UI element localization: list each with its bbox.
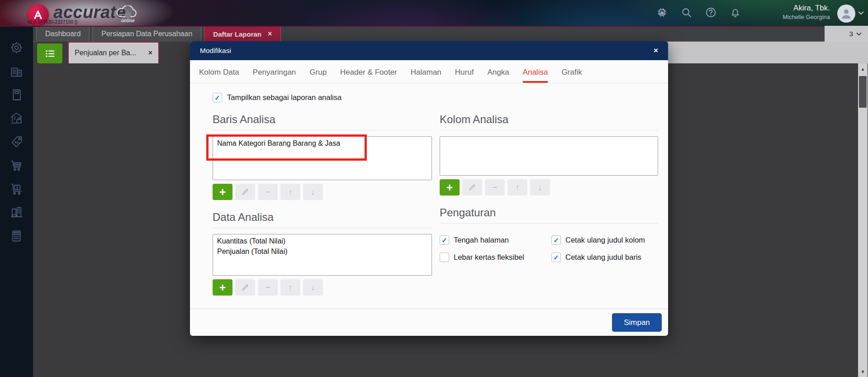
option-cetak-ulang-judul-kolom[interactable]: ✓Cetak ulang judul kolom bbox=[551, 235, 658, 245]
option-lebar-kertas-fleksibel[interactable]: Lebar kertas fleksibel bbox=[440, 253, 551, 262]
ai-assistant-icon[interactable]: AI bbox=[656, 6, 668, 19]
checkbox-label: Cetak ulang judul baris bbox=[565, 253, 641, 262]
add-button[interactable]: + bbox=[440, 179, 460, 196]
sidebar-item-fixed-assets[interactable] bbox=[9, 205, 24, 220]
dialog-tab-angka[interactable]: Angka bbox=[487, 60, 509, 83]
help-icon[interactable] bbox=[705, 6, 717, 19]
dialog-tab-kolom-data[interactable]: Kolom Data bbox=[199, 60, 239, 83]
checkbox-label: Tengah halaman bbox=[454, 236, 509, 244]
sidebar-item-settings[interactable] bbox=[9, 41, 24, 55]
user-avatar[interactable] bbox=[837, 5, 855, 23]
move-up-button[interactable]: ↑ bbox=[280, 279, 300, 296]
checkbox-label: Cetak ulang judul kolom bbox=[565, 236, 645, 244]
baris-analisa-actions: +−↑↓ bbox=[213, 184, 432, 200]
list-item[interactable]: Kuantitas (Total Nilai) bbox=[213, 236, 432, 246]
brand-subtitle: online bbox=[121, 18, 134, 23]
baris-analisa-listbox[interactable]: Nama Kategori Barang Barang & Jasa bbox=[213, 136, 432, 180]
chevron-down-icon[interactable] bbox=[858, 11, 864, 15]
remove-button[interactable]: − bbox=[258, 184, 278, 200]
dialog-tab-list: Kolom DataPenyaringanGrupHeader & Footer… bbox=[190, 60, 668, 83]
close-icon[interactable]: × bbox=[654, 46, 658, 55]
section-title-data-analisa: Data Analisa bbox=[213, 211, 432, 228]
scrollbar-thumb[interactable] bbox=[859, 76, 867, 108]
move-down-button[interactable]: ↓ bbox=[303, 279, 323, 296]
list-icon bbox=[44, 48, 56, 60]
save-button[interactable]: Simpan bbox=[612, 313, 662, 332]
main-tab-bar: DashboardPersiapan Data PerusahaanDaftar… bbox=[33, 26, 868, 42]
sidebar-item-ledger[interactable] bbox=[9, 88, 24, 102]
dialog-tab-analisa[interactable]: Analisa bbox=[523, 60, 548, 83]
checkbox[interactable]: ✓ bbox=[551, 235, 561, 245]
edit-button[interactable] bbox=[235, 279, 255, 296]
company-icon bbox=[9, 64, 24, 78]
option-cetak-ulang-judul-baris[interactable]: ✓Cetak ulang judul baris bbox=[551, 253, 658, 262]
user-info[interactable]: Akira, Tbk. Michelle Georgina bbox=[783, 4, 830, 20]
data-analisa-listbox[interactable]: Kuantitas (Total Nilai)Penjualan (Total … bbox=[213, 234, 432, 276]
search-icon[interactable] bbox=[680, 6, 693, 19]
sidebar-item-tax[interactable]: TAX bbox=[9, 229, 24, 243]
list-item[interactable]: Nama Kategori Barang Barang & Jasa bbox=[213, 138, 432, 148]
scroll-down-icon[interactable]: ▼ bbox=[858, 367, 868, 376]
main-tab-list: DashboardPersiapan Data PerusahaanDaftar… bbox=[33, 26, 868, 42]
sidebar-item-warehouse-assets[interactable] bbox=[9, 111, 24, 125]
checkbox[interactable]: ✓ bbox=[440, 235, 449, 245]
tab-label: Dashboard bbox=[45, 30, 81, 38]
kolom-analisa-listbox[interactable] bbox=[440, 136, 658, 176]
close-icon[interactable]: × bbox=[268, 30, 272, 38]
main-tab-daftar-laporan[interactable]: Daftar Laporan× bbox=[204, 26, 281, 42]
ledger-icon bbox=[9, 88, 24, 102]
list-item[interactable]: Penjualan (Total Nilai) bbox=[213, 246, 432, 257]
add-button[interactable]: + bbox=[213, 279, 232, 296]
checkbox[interactable]: ✓ bbox=[551, 253, 561, 262]
data-analisa-actions: +−↑↓ bbox=[213, 279, 432, 296]
report-tab[interactable]: Penjualan per Ba... × bbox=[68, 42, 159, 63]
sales-cart-icon bbox=[9, 158, 24, 172]
notifications-icon[interactable] bbox=[729, 6, 741, 19]
remove-button[interactable]: − bbox=[485, 179, 505, 196]
sidebar-item-sales-cart[interactable] bbox=[9, 158, 24, 172]
option-tengah-halaman[interactable]: ✓Tengah halaman bbox=[440, 235, 551, 245]
sidebar-item-company[interactable] bbox=[9, 64, 24, 78]
dialog-tab-header-footer[interactable]: Header & Footer bbox=[340, 60, 397, 83]
dialog-tab-huruf[interactable]: Huruf bbox=[455, 60, 474, 83]
sidebar-item-inventory-trolley[interactable] bbox=[9, 182, 24, 196]
move-up-button[interactable]: ↑ bbox=[280, 184, 300, 200]
dialog-grid: Baris Analisa Nama Kategori Barang Baran… bbox=[213, 102, 658, 296]
page-background-strip bbox=[638, 42, 868, 63]
dialog-tab-penyaringan[interactable]: Penyaringan bbox=[253, 60, 296, 83]
svg-text:TAX: TAX bbox=[14, 233, 19, 235]
tab-overflow-dropdown[interactable]: 3 bbox=[825, 26, 868, 42]
checkbox-label: Lebar kertas fleksibel bbox=[454, 253, 524, 262]
dialog-title: Modifikasi bbox=[200, 47, 654, 55]
move-up-button[interactable]: ↑ bbox=[508, 179, 527, 196]
sidebar-item-pricing-rp[interactable]: Rp bbox=[9, 135, 24, 149]
settings-icon bbox=[9, 41, 24, 55]
modifikasi-dialog: Modifikasi × Kolom DataPenyaringanGrupHe… bbox=[190, 41, 668, 336]
remove-button[interactable]: − bbox=[258, 279, 278, 296]
scroll-up-icon[interactable]: ▲ bbox=[858, 64, 868, 73]
edit-button[interactable] bbox=[462, 179, 482, 196]
move-down-button[interactable]: ↓ bbox=[530, 179, 550, 196]
right-column: Kolom Analisa +−↑↓ Pengaturan ✓Tengah ha… bbox=[440, 102, 658, 296]
dialog-tab-grup[interactable]: Grup bbox=[309, 60, 327, 83]
dialog-footer: Simpan bbox=[190, 309, 668, 336]
main-tab-dashboard[interactable]: Dashboard bbox=[36, 26, 90, 42]
checkbox[interactable] bbox=[440, 253, 449, 262]
analysis-report-checkbox-row[interactable]: ✓ Tampilkan sebagai laporan analisa bbox=[213, 93, 658, 102]
section-title-pengaturan: Pengaturan bbox=[440, 206, 658, 224]
checkbox[interactable]: ✓ bbox=[213, 93, 222, 102]
close-icon[interactable]: × bbox=[148, 49, 152, 57]
dialog-tab-grafik[interactable]: Grafik bbox=[561, 60, 582, 83]
add-button[interactable]: + bbox=[213, 184, 232, 200]
vertical-scrollbar[interactable]: ▲ ▼ bbox=[858, 63, 868, 377]
sidebar-nav: RpTAX bbox=[0, 26, 33, 377]
tab-label: Persiapan Data Perusahaan bbox=[101, 30, 192, 38]
report-list-button[interactable] bbox=[37, 43, 62, 63]
dialog-tab-halaman[interactable]: Halaman bbox=[411, 60, 441, 83]
top-header-bar: accurate online v1.0.1#3530-2327150 [] A… bbox=[0, 0, 868, 27]
edit-button[interactable] bbox=[235, 184, 255, 200]
move-down-button[interactable]: ↓ bbox=[303, 184, 323, 200]
main-tab-persiapan-data-perusahaan[interactable]: Persiapan Data Perusahaan bbox=[92, 26, 201, 42]
warehouse-assets-icon bbox=[9, 111, 24, 125]
checkbox-label: Tampilkan sebagai laporan analisa bbox=[227, 93, 342, 102]
